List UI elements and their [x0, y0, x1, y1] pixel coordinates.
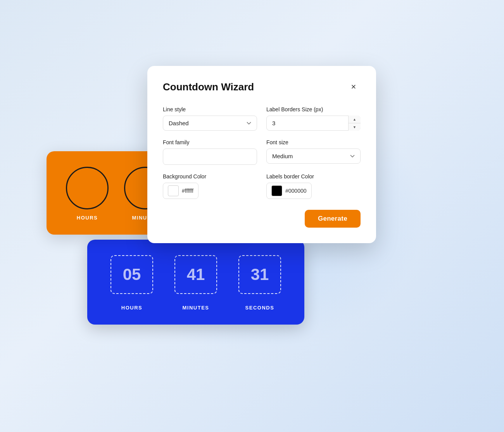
- blue-units-row: 05 HOURS 41 MINUTES 31 SECONDS: [110, 255, 281, 311]
- label-borders-size-input[interactable]: [266, 116, 361, 131]
- orange-hours-value: 05: [78, 179, 97, 197]
- spin-up-button[interactable]: ▲: [349, 116, 361, 123]
- blue-minutes-unit: 41 MINUTES: [174, 255, 217, 311]
- generate-button[interactable]: Generate: [305, 210, 361, 228]
- font-size-group: Font size Small Medium Large: [266, 139, 361, 165]
- font-family-group: Font family: [163, 139, 257, 165]
- blue-seconds-value: 31: [251, 265, 269, 284]
- blue-minutes-label: MINUTES: [183, 305, 209, 311]
- modal-header: Countdown Wizard ×: [163, 80, 361, 94]
- blue-hours-value: 05: [123, 265, 141, 284]
- spin-down-button[interactable]: ▼: [349, 123, 361, 131]
- blue-countdown-widget: 05 HOURS 41 MINUTES 31 SECONDS: [87, 240, 304, 325]
- font-size-select[interactable]: Small Medium Large: [266, 149, 361, 164]
- label-borders-size-label: Label Borders Size (px): [266, 106, 361, 112]
- background-color-label: Background Color: [163, 173, 257, 180]
- modal-form: Line style Solid Dashed Dotted Label Bor…: [163, 106, 361, 199]
- line-style-label: Line style: [163, 106, 257, 112]
- spinner-buttons: ▲ ▼: [348, 116, 361, 131]
- font-size-label: Font size: [266, 139, 361, 145]
- blue-seconds-unit: 31 SECONDS: [238, 255, 281, 311]
- label-borders-size-group: Label Borders Size (px) ▲ ▼: [266, 106, 361, 131]
- blue-minutes-value: 41: [187, 265, 205, 284]
- blue-seconds-label: SECONDS: [245, 305, 274, 311]
- line-style-select[interactable]: Solid Dashed Dotted: [163, 116, 257, 131]
- close-button[interactable]: ×: [347, 80, 361, 94]
- line-style-group: Line style Solid Dashed Dotted: [163, 106, 257, 131]
- orange-hours-label: HOURS: [77, 215, 98, 221]
- labels-border-color-row: #000000: [266, 183, 312, 199]
- labels-border-color-swatch[interactable]: [271, 185, 282, 196]
- background-color-group: Background Color #ffffff: [163, 173, 257, 199]
- modal-footer: Generate: [163, 210, 361, 228]
- blue-minutes-dashed-box: 41: [174, 255, 217, 294]
- background-color-swatch[interactable]: [168, 185, 179, 196]
- font-family-label: Font family: [163, 139, 257, 145]
- modal-title: Countdown Wizard: [163, 81, 254, 93]
- labels-border-color-label: Labels border Color: [266, 173, 361, 180]
- labels-border-color-value: #000000: [285, 188, 307, 194]
- font-family-input[interactable]: [163, 149, 257, 165]
- orange-hours-circle: 05: [66, 167, 109, 209]
- background-color-value: #ffffff: [182, 188, 193, 194]
- blue-hours-unit: 05 HOURS: [110, 255, 153, 311]
- countdown-wizard-modal: Countdown Wizard × Line style Solid Dash…: [147, 66, 376, 243]
- labels-border-color-group: Labels border Color #000000: [266, 173, 361, 199]
- blue-hours-dashed-box: 05: [110, 255, 153, 294]
- background-color-row: #ffffff: [163, 183, 198, 199]
- orange-hours-unit: 05 HOURS: [66, 167, 109, 221]
- label-borders-size-wrapper: ▲ ▼: [266, 116, 361, 131]
- blue-hours-label: HOURS: [121, 305, 142, 311]
- blue-seconds-dashed-box: 31: [238, 255, 281, 294]
